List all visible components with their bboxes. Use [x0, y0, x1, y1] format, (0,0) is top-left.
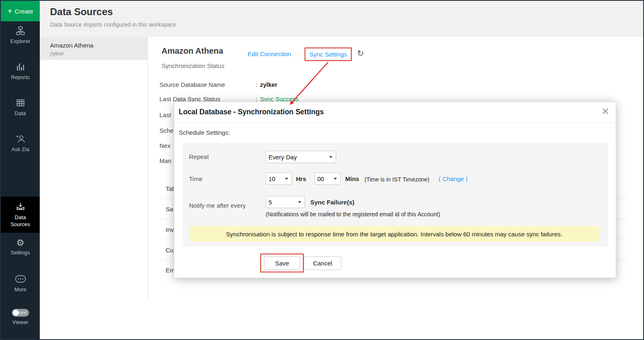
sidebar-item-ask-zia[interactable]: Ask Zia	[1, 134, 40, 152]
source-name: Amazon Athena	[50, 42, 93, 49]
sync-settings-link[interactable]: Sync Settings	[309, 51, 347, 58]
panel-divider	[148, 37, 148, 300]
repeat-label: Repeat	[189, 153, 209, 160]
source-list-item[interactable]: Amazon Athena zylker	[40, 37, 148, 60]
detail-label: Source Database Name	[159, 81, 256, 88]
detail-label-clipped: Sche	[159, 127, 173, 134]
time-label: Time	[189, 175, 203, 182]
detail-value: zylker	[260, 81, 278, 88]
save-button[interactable]: Save	[264, 256, 300, 270]
sidebar-item-label: Reports	[1, 74, 40, 80]
cancel-button[interactable]: Cancel	[304, 256, 341, 270]
refresh-icon[interactable]: ↻	[357, 48, 364, 58]
sidebar-item-label: Data	[1, 110, 40, 116]
notify-select[interactable]: 5	[266, 196, 305, 208]
change-timezone-link[interactable]: ( Change )	[439, 175, 468, 182]
detail-label-clipped: Man	[159, 157, 171, 164]
sidebar: + Create Explorer Reports Data Ask	[1, 1, 40, 339]
modal-title: Local Database - Synchronization Setting…	[179, 108, 324, 116]
minutes-select-wrap: 00	[314, 172, 341, 185]
table-label-clipped: Sa	[166, 206, 173, 213]
minutes-unit-label: Mins	[345, 175, 359, 182]
schedule-settings-panel: Repeat Every Day Time 10 Hrs 00 Mins (Ti…	[182, 143, 608, 247]
notify-label: Notify me after every	[189, 202, 246, 209]
notifications-note: (Notifications will be mailed to the reg…	[266, 211, 440, 218]
minutes-select[interactable]: 00	[315, 173, 340, 184]
sidebar-item-label: Explorer	[1, 38, 40, 44]
sidebar-item-label: Settings	[1, 249, 40, 256]
ask-zia-icon	[16, 134, 25, 144]
hours-unit-label: Hrs	[296, 175, 306, 182]
hours-select[interactable]: 10	[266, 173, 291, 184]
timezone-note: (Time is in IST Timezone)	[364, 176, 430, 183]
reports-icon	[16, 62, 25, 72]
viewer-block: OFF Viewer	[1, 309, 40, 325]
page-header: Data Sources Data Source imports configu…	[40, 1, 643, 37]
table-label-clipped: Cu	[166, 247, 173, 254]
schedule-settings-label: Schedule Settings:	[179, 129, 230, 136]
table-label-clipped: Inv	[166, 226, 174, 233]
create-label: Create	[15, 8, 33, 15]
detail-row: Source Database Name:zylker	[159, 81, 278, 88]
modal-title-divider	[174, 122, 616, 123]
sync-warning-banner: Synchronisation is subject to response t…	[189, 226, 599, 242]
sync-warning-text: Synchronisation is subject to response t…	[226, 231, 562, 238]
gear-icon: ⚙	[16, 238, 25, 248]
repeat-select[interactable]: Every Day	[266, 151, 336, 163]
toggle-state-label: OFF	[19, 311, 27, 315]
plus-icon: +	[7, 7, 12, 16]
explorer-icon	[16, 26, 25, 36]
data-table-icon	[16, 98, 25, 108]
close-icon[interactable]: ×	[601, 103, 609, 120]
sidebar-item-more[interactable]: More	[1, 275, 40, 292]
edit-connection-link[interactable]: Edit Connection	[248, 50, 291, 57]
data-sources-icon	[16, 202, 25, 212]
sidebar-item-reports[interactable]: Reports	[1, 62, 40, 80]
viewer-label: Viewer	[1, 319, 40, 325]
create-button[interactable]: + Create	[1, 1, 40, 21]
notify-select-wrap: 5	[266, 196, 305, 208]
sidebar-item-data[interactable]: Data	[1, 98, 40, 116]
sidebar-item-label: More	[1, 286, 40, 292]
app-window: + Create Explorer Reports Data Ask	[0, 0, 644, 340]
sync-status-section-label: Synchronization Status	[162, 62, 224, 69]
sync-failures-unit-label: Sync Failure(s)	[310, 199, 355, 206]
toggle-knob	[13, 310, 19, 316]
detail-separator: :	[256, 81, 257, 88]
sidebar-item-label: Data Sources	[6, 214, 35, 228]
viewer-toggle[interactable]: OFF	[12, 309, 29, 317]
source-workspace: zylker	[50, 50, 64, 57]
sidebar-item-explorer[interactable]: Explorer	[1, 26, 40, 44]
more-ellipsis-icon	[15, 275, 26, 285]
sync-settings-modal: Local Database - Synchronization Setting…	[174, 102, 616, 278]
sidebar-item-label: Ask Zia	[1, 146, 40, 152]
page-title: Data Sources	[50, 6, 113, 18]
page-subtitle: Data Source imports configured in this w…	[50, 21, 176, 28]
sidebar-item-settings[interactable]: ⚙ Settings	[1, 238, 40, 256]
source-title: Amazon Athena	[162, 46, 223, 56]
hours-select-wrap: 10	[266, 172, 292, 185]
detail-label-clipped: Nex	[159, 142, 171, 149]
sidebar-item-data-sources[interactable]: Data Sources	[1, 197, 40, 233]
detail-label-clipped: Last	[159, 111, 171, 118]
repeat-select-wrap: Every Day	[266, 151, 336, 163]
sync-settings-highlight: Sync Settings	[305, 48, 352, 61]
